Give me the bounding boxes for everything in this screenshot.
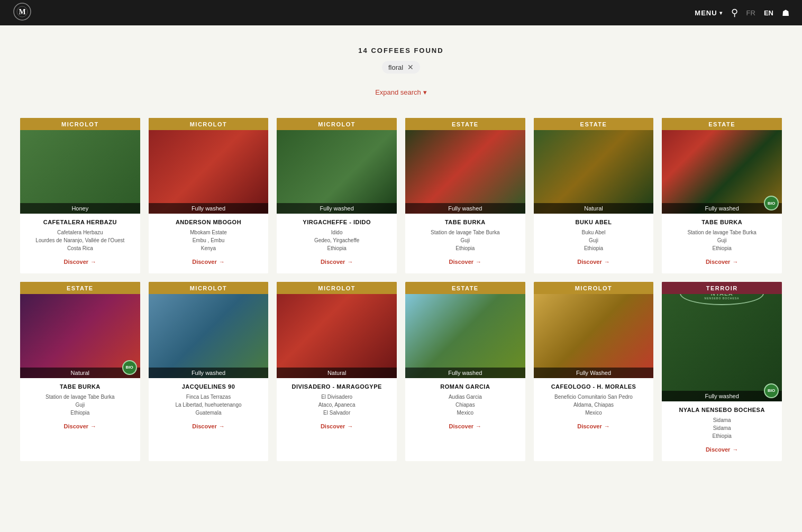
card-name: ANDERSON MBOGOH	[154, 219, 263, 225]
card-name: NYALA NENSEBO BOCHESA	[667, 407, 777, 413]
discover-label: Discover	[706, 259, 730, 265]
card-4[interactable]: ESTATE Fully washed TABE BURKA Station d…	[405, 118, 525, 273]
arrow-icon: →	[219, 259, 225, 265]
card-body: JACQUELINES 90 Finca Las Terrazas La Lib…	[149, 378, 269, 438]
card-name: YIRGACHEFFE - IDIDO	[282, 219, 391, 225]
card-image: ETHIOPIA NYALA NENSEBO BOCHESA TERROIR F…	[662, 282, 782, 401]
card-8[interactable]: MICROLOT Fully washed JACQUELINES 90 Fin…	[149, 282, 269, 461]
discover-button[interactable]: Discover →	[64, 423, 96, 429]
card-badge: ESTATE	[405, 118, 525, 130]
bio-badge: BIO	[122, 360, 137, 375]
card-process: Fully washed	[149, 203, 269, 214]
discover-button[interactable]: Discover →	[449, 423, 481, 429]
card-name: TABE BURKA	[667, 219, 777, 225]
card-meta: Station de lavage Tabe Burka Guji Ethiop…	[667, 228, 777, 252]
card-image: ESTATE Natural	[534, 118, 654, 214]
card-name: TABE BURKA	[411, 219, 520, 225]
card-name: JACQUELINES 90	[154, 383, 263, 390]
chevron-down-icon: ▾	[719, 10, 723, 16]
card-image: MICROLOT Natural	[277, 282, 397, 378]
card-image: ESTATE Fully washed BIO	[662, 118, 782, 214]
card-12[interactable]: ETHIOPIA NYALA NENSEBO BOCHESA TERROIR F…	[662, 282, 782, 461]
discover-label: Discover	[192, 259, 216, 265]
bio-badge: BIO	[764, 383, 779, 398]
discover-label: Discover	[449, 423, 473, 429]
search-icon[interactable]: ⚲	[731, 7, 738, 19]
card-badge: MICROLOT	[149, 118, 269, 130]
discover-label: Discover	[577, 423, 602, 429]
lang-en[interactable]: EN	[764, 9, 773, 17]
discover-button[interactable]: Discover →	[321, 423, 353, 429]
arrow-icon: →	[604, 259, 610, 265]
card-process: Natural	[277, 368, 397, 378]
discover-label: Discover	[449, 259, 473, 265]
discover-button[interactable]: Discover →	[449, 259, 481, 265]
card-meta: Audias Garcia Chiapas Mexico	[411, 393, 520, 417]
card-name: DIVISADERO - MARAGOGYPE	[282, 383, 391, 390]
card-body: TABE BURKA Station de lavage Tabe Burka …	[20, 378, 140, 438]
card-image: ESTATE Natural BIO	[20, 282, 140, 378]
discover-label: Discover	[321, 259, 345, 265]
card-process: Fully washed	[405, 203, 525, 214]
discover-button[interactable]: Discover →	[577, 259, 609, 265]
card-3[interactable]: MICROLOT Fully washed YIRGACHEFFE - IDID…	[277, 118, 397, 273]
arrow-icon: →	[732, 446, 738, 453]
card-body: YIRGACHEFFE - IDIDO Idido Gedeo, Yirgach…	[277, 214, 397, 273]
card-body: NYALA NENSEBO BOCHESA Sidama Sidama Ethi…	[662, 401, 782, 461]
discover-button[interactable]: Discover →	[192, 423, 224, 429]
card-badge: MICROLOT	[20, 118, 140, 130]
filter-remove-button[interactable]: ✕	[407, 63, 414, 71]
card-image: MICROLOT Fully Washed	[534, 282, 654, 378]
card-9[interactable]: MICROLOT Natural DIVISADERO - MARAGOGYPE…	[277, 282, 397, 461]
card-image: MICROLOT Fully washed	[277, 118, 397, 214]
user-icon[interactable]: ☗	[782, 8, 789, 18]
cards-grid-section: MICROLOT Honey CAFETALERA HERBAZU Cafeta…	[10, 107, 792, 482]
discover-button[interactable]: Discover →	[706, 259, 738, 265]
filter-tag[interactable]: floral ✕	[382, 61, 420, 74]
card-process: Fully washed	[405, 368, 525, 378]
arrow-icon: →	[219, 423, 225, 429]
card-process: Fully Washed	[534, 368, 654, 378]
card-name: CAFEOLOGO - H. MORALES	[539, 383, 649, 390]
card-7[interactable]: ESTATE Natural BIO TABE BURKA Station de…	[20, 282, 140, 461]
card-6[interactable]: ESTATE Fully washed BIO TABE BURKA Stati…	[662, 118, 782, 273]
discover-button[interactable]: Discover →	[577, 423, 609, 429]
discover-button[interactable]: Discover →	[64, 259, 96, 265]
discover-label: Discover	[64, 259, 88, 265]
card-process: Fully washed	[149, 368, 269, 378]
card-meta: Station de lavage Tabe Burka Guji Ethiop…	[25, 393, 135, 417]
arrow-icon: →	[476, 259, 481, 265]
card-image: MICROLOT Fully washed	[149, 118, 269, 214]
card-11[interactable]: MICROLOT Fully Washed CAFEOLOGO - H. MOR…	[534, 282, 654, 461]
expand-search-button[interactable]: Expand search ▾	[375, 88, 427, 96]
card-name: ROMAN GARCIA	[411, 383, 520, 390]
header-right: MENU ▾ ⚲ FR EN ☗	[695, 7, 789, 19]
discover-button[interactable]: Discover →	[706, 446, 738, 453]
menu-button[interactable]: MENU ▾	[695, 9, 722, 17]
discover-label: Discover	[577, 259, 602, 265]
discover-button[interactable]: Discover →	[321, 259, 353, 265]
card-badge: ESTATE	[405, 282, 525, 294]
card-body: ROMAN GARCIA Audias Garcia Chiapas Mexic…	[405, 378, 525, 438]
menu-label: MENU	[695, 9, 717, 17]
discover-label: Discover	[706, 446, 730, 453]
card-badge: TERROIR	[662, 282, 782, 294]
arrow-icon: →	[604, 423, 610, 429]
card-meta: Idido Gedeo, Yirgacheffe Ethiopia	[282, 228, 391, 252]
card-1[interactable]: MICROLOT Honey CAFETALERA HERBAZU Cafeta…	[20, 118, 140, 273]
card-5[interactable]: ESTATE Natural BUKU ABEL Buku Abel Guji …	[534, 118, 654, 273]
filter-tag-text: floral	[388, 63, 403, 71]
arrow-icon: →	[732, 259, 738, 265]
card-2[interactable]: MICROLOT Fully washed ANDERSON MBOGOH Mb…	[149, 118, 269, 273]
card-image: ESTATE Fully washed	[405, 282, 525, 378]
arrow-icon: →	[476, 423, 481, 429]
card-meta: El Divisadero Ataco, Apaneca El Salvador	[282, 393, 391, 417]
card-name: TABE BURKA	[25, 383, 135, 390]
search-hero: 14 COFFEES FOUND floral ✕ Expand search …	[0, 25, 802, 107]
lang-fr[interactable]: FR	[746, 9, 755, 17]
card-name: BUKU ABEL	[539, 219, 649, 225]
discover-button[interactable]: Discover →	[192, 259, 224, 265]
card-meta: Finca Las Terrazas La Libertad, huehuete…	[154, 393, 263, 417]
card-10[interactable]: ESTATE Fully washed ROMAN GARCIA Audias …	[405, 282, 525, 461]
logo[interactable]: M	[13, 2, 32, 23]
